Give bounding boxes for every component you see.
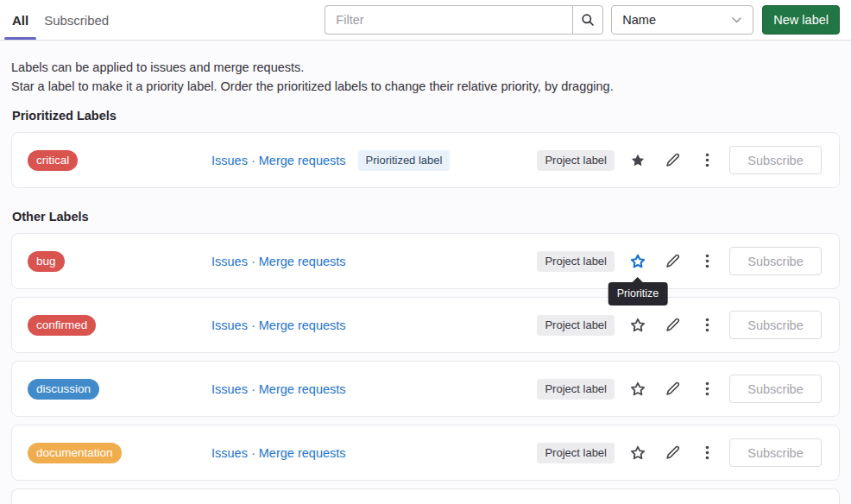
star-filled-icon <box>630 153 646 168</box>
project-label-badge: Project label <box>537 150 615 171</box>
star-outline-icon <box>630 381 646 397</box>
row-actions: Project label <box>537 438 822 467</box>
label-row-confirmed: confirmed Issues · Merge requests Projec… <box>11 297 840 353</box>
prioritize-tooltip: Prioritize <box>608 282 668 306</box>
more-actions-button[interactable] <box>690 312 724 339</box>
tab-all[interactable]: All <box>4 0 36 40</box>
subscribe-button[interactable]: Subscribe <box>729 438 822 467</box>
row-actions: Project label <box>537 375 822 403</box>
filter-input[interactable] <box>325 5 572 35</box>
subscribe-button[interactable]: Subscribe <box>729 311 822 339</box>
label-col: bug <box>28 251 211 272</box>
star-outline-blue-icon <box>630 254 646 269</box>
chevron-down-icon <box>731 16 742 24</box>
sort-dropdown[interactable]: Name <box>611 5 753 35</box>
label-links[interactable]: Issues · Merge requests <box>211 446 346 460</box>
more-actions-button[interactable] <box>690 439 724 467</box>
row-actions: Project label <box>537 146 822 174</box>
vertical-ellipsis-icon <box>705 254 709 268</box>
other-labels-heading: Other Labels <box>12 210 840 224</box>
label-col: critical <box>28 150 211 171</box>
label-row-bug: bug Issues · Merge requests Project labe… <box>11 233 840 289</box>
label-row-critical: critical Issues · Merge requests Priorit… <box>11 132 840 188</box>
vertical-ellipsis-icon <box>705 318 709 332</box>
labels-toolbar: All Subscribed Name New label <box>0 0 851 41</box>
project-label-badge: Project label <box>537 315 615 336</box>
pencil-icon <box>665 153 680 167</box>
label-links[interactable]: Issues · Merge requests <box>211 382 346 396</box>
star-outline-icon <box>630 318 646 333</box>
project-label-badge: Project label <box>537 443 615 463</box>
row-actions: Project label <box>537 311 822 339</box>
label-row-documentation: documentation Issues · Merge requests Pr… <box>11 425 840 481</box>
vertical-ellipsis-icon <box>705 445 709 460</box>
label-badge-critical[interactable]: critical <box>28 150 78 171</box>
label-links[interactable]: Issues · Merge requests <box>211 154 346 167</box>
description-line-1: Labels can be applied to issues and merg… <box>11 58 840 77</box>
edit-label-button[interactable] <box>655 248 690 275</box>
label-badge-confirmed[interactable]: confirmed <box>28 315 96 336</box>
more-actions-button[interactable] <box>690 248 724 275</box>
vertical-ellipsis-icon <box>705 153 709 167</box>
label-badge-bug[interactable]: bug <box>28 251 65 272</box>
vertical-ellipsis-icon <box>705 381 709 396</box>
more-actions-button[interactable] <box>690 375 724 403</box>
star-outline-icon <box>630 445 646 461</box>
edit-label-button[interactable] <box>655 375 690 403</box>
filter-group <box>325 5 603 35</box>
label-row-discussion: discussion Issues · Merge requests Proje… <box>11 361 840 417</box>
label-col: discussion <box>28 379 211 400</box>
prioritize-star-button[interactable] <box>621 439 655 467</box>
edit-label-button[interactable] <box>655 439 690 467</box>
label-links[interactable]: Issues · Merge requests <box>211 255 346 268</box>
label-row-partial <box>11 488 840 504</box>
edit-label-button[interactable] <box>655 147 690 174</box>
labels-description: Labels can be applied to issues and merg… <box>11 58 840 96</box>
unprioritize-star-button[interactable] <box>621 147 655 174</box>
subscribe-button[interactable]: Subscribe <box>729 247 822 275</box>
toolbar-controls: Name New label <box>325 5 840 35</box>
prioritized-labels-heading: Prioritized Labels <box>12 109 840 123</box>
subscribe-button[interactable]: Subscribe <box>729 146 822 174</box>
project-label-badge: Project label <box>537 251 615 272</box>
label-links[interactable]: Issues · Merge requests <box>211 318 346 332</box>
search-icon <box>581 13 595 27</box>
prioritized-label-badge: Prioritized label <box>358 150 451 171</box>
description-line-2: Star a label to make it a priority label… <box>11 77 840 96</box>
pencil-icon <box>665 381 680 396</box>
subscribe-button[interactable]: Subscribe <box>729 375 822 403</box>
label-badge-discussion[interactable]: discussion <box>28 379 99 400</box>
label-col: confirmed <box>28 315 211 336</box>
project-label-badge: Project label <box>537 379 615 400</box>
tab-subscribed[interactable]: Subscribed <box>36 0 117 40</box>
pencil-icon <box>665 445 680 460</box>
label-col: documentation <box>28 443 211 463</box>
prioritize-star-button-hovered[interactable]: Prioritize <box>621 248 655 275</box>
pencil-icon <box>665 254 680 268</box>
pencil-icon <box>665 318 680 332</box>
sort-dropdown-value: Name <box>622 13 656 27</box>
row-actions: Project label Prioritize <box>537 247 822 275</box>
new-label-button[interactable]: New label <box>762 5 840 35</box>
labels-tabs: All Subscribed <box>4 0 117 40</box>
prioritize-star-button[interactable] <box>621 375 655 403</box>
more-actions-button[interactable] <box>690 147 724 174</box>
labels-page-body: Labels can be applied to issues and merg… <box>0 41 851 504</box>
label-badge-documentation[interactable]: documentation <box>28 443 122 463</box>
edit-label-button[interactable] <box>655 312 690 339</box>
prioritize-star-button[interactable] <box>621 312 655 339</box>
search-button[interactable] <box>572 5 603 35</box>
